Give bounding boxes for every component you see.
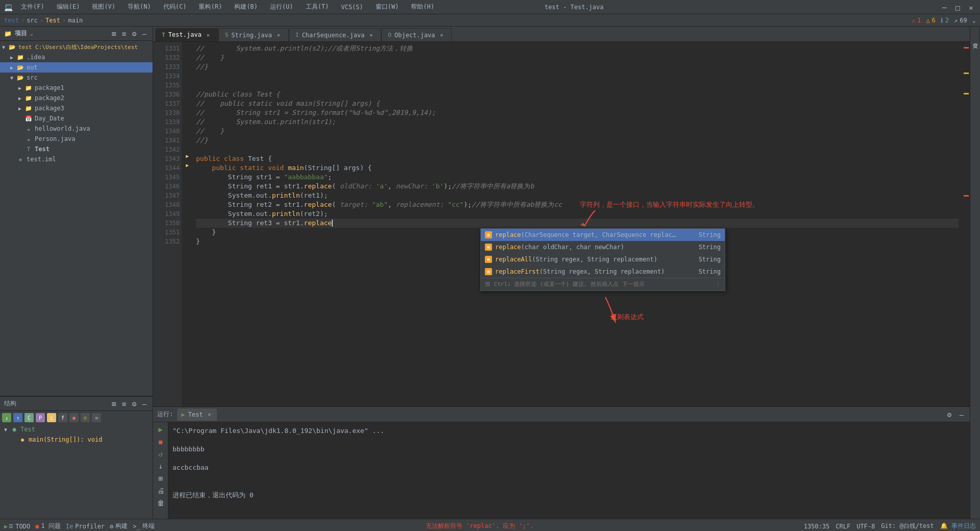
struct-btn-3[interactable]: C (24, 413, 34, 422)
statusbar-crlf[interactable]: CRLF (836, 523, 850, 530)
maximize-button[interactable]: □ (955, 4, 963, 11)
tab-string-java[interactable]: S String.java ✕ (218, 28, 289, 41)
run-trash-button[interactable]: 🗑 (156, 498, 166, 508)
minimize-button[interactable]: ─ (942, 4, 949, 11)
menu-run[interactable]: 运行(U) (266, 2, 298, 12)
menu-vcs[interactable]: VCS(S) (337, 3, 367, 12)
struct-btn-1[interactable]: ↓ (2, 413, 11, 422)
run-hide-icon[interactable]: — (958, 411, 966, 419)
menu-refactor[interactable]: 重构(R) (194, 2, 226, 12)
struct-btn-6[interactable]: f (58, 413, 67, 422)
run-output-line-5: accbccbaa (173, 463, 966, 472)
run-play-button[interactable]: ▶ (156, 424, 166, 435)
vertical-label-git[interactable]: 提交 (970, 35, 980, 43)
error-indicator[interactable]: ⚠1 (912, 17, 921, 24)
menu-help[interactable]: 帮助(H) (407, 2, 438, 12)
struct-btn-5[interactable]: i (47, 413, 56, 422)
ac-item-2[interactable]: m replace(char oldChar, char newChar) St… (481, 241, 725, 253)
project-icon-2[interactable]: ≡ (120, 30, 128, 38)
tree-item-package3[interactable]: ▶ 📁 package3 (0, 103, 153, 113)
breadcrumb-method[interactable]: main (68, 17, 83, 24)
breadcrumb-src[interactable]: src (27, 17, 38, 24)
tree-item-out[interactable]: ▶ 📂 out (0, 62, 153, 73)
structure-icon-2[interactable]: ≡ (120, 400, 128, 408)
menu-edit[interactable]: 编辑(E) (53, 2, 84, 12)
run-rerun-button[interactable]: ↺ (156, 449, 166, 459)
statusbar-notification-icon[interactable]: 🔔 事件日志 (940, 522, 976, 530)
statusbar-build[interactable]: ⚙ 构建 (110, 522, 128, 530)
menu-file[interactable]: 文件(F) (17, 2, 48, 12)
tab-object-java[interactable]: O Object.java ✕ (381, 28, 452, 41)
breadcrumb-test[interactable]: test (4, 17, 19, 24)
info-indicator[interactable]: ℹ2 (941, 17, 949, 24)
ac-item-3[interactable]: m replaceAll(String regex, String replac… (481, 253, 725, 266)
structure-icon-1[interactable]: ⊞ (110, 400, 118, 408)
expand-indicator[interactable]: ⌄ (972, 17, 976, 24)
statusbar-encoding[interactable]: UTF-8 (856, 523, 875, 530)
tree-item-iml[interactable]: ▶ ◈ test.iml (0, 154, 153, 164)
menu-window[interactable]: 窗口(W) (372, 2, 403, 12)
statusbar-run-btn[interactable]: ▶ (4, 523, 8, 530)
project-icon-3[interactable]: ⚙ (130, 30, 138, 38)
structure-method-main[interactable]: ▶ ◆ main(String[]): void (2, 435, 151, 445)
ac-item-4[interactable]: m replaceFirst(String regex, String repl… (481, 266, 725, 278)
menu-tools[interactable]: 工具(T) (302, 2, 333, 12)
tab-test-java[interactable]: T Test.java ✕ (155, 28, 218, 41)
tab-close-test[interactable]: ✕ (205, 31, 212, 38)
code-editor[interactable]: 1331 1332 1333 1334 1335 1336 1337 1338 … (153, 42, 970, 406)
run-stop-button[interactable]: ◼ (156, 437, 166, 447)
tree-item-package1[interactable]: ▶ 📁 package1 (0, 83, 153, 93)
run-filter-button[interactable]: ⊞ (156, 473, 166, 484)
run-settings-icon[interactable]: ⚙ (945, 411, 953, 419)
tree-item-src[interactable]: ▼ 📂 src (0, 73, 153, 83)
structure-class-test[interactable]: ▼ ● Test (2, 424, 151, 435)
struct-btn-7[interactable]: ● (69, 413, 79, 422)
statusbar-position[interactable]: 1350:35 (804, 523, 830, 530)
structure-icon-3[interactable]: ⚙ (130, 400, 138, 408)
structure-icon-4[interactable]: — (140, 400, 149, 408)
tree-item-idea[interactable]: ▶ 📁 .idea (0, 52, 153, 62)
project-icon-4[interactable]: — (140, 30, 149, 38)
struct-btn-2[interactable]: ↑ (13, 413, 22, 422)
vertical-label-bookmarks[interactable]: 书签 (970, 27, 980, 35)
ac-more-options[interactable]: ⋮ (715, 280, 721, 289)
run-tab-close[interactable]: ✕ (206, 411, 213, 418)
project-icon-1[interactable]: ⊞ (110, 30, 118, 38)
close-button[interactable]: ✕ (969, 4, 976, 11)
fold-button-1344[interactable]: ▶ (184, 161, 191, 168)
autocomplete-popup[interactable]: m replace(CharSequence target, CharSeque… (480, 228, 725, 291)
breadcrumb-class[interactable]: Test (45, 17, 60, 24)
project-dropdown-icon[interactable]: ⌄ (30, 31, 33, 36)
run-print-button[interactable]: 🖨 (156, 486, 166, 496)
statusbar-problems[interactable]: ● 1 问题 (35, 522, 61, 530)
tree-item-root[interactable]: ▼ 📂 test C:\Users\白线\IdeaProjects\test (0, 42, 153, 52)
code-content[interactable]: // System.out.println(s2);//或者用String方法，… (192, 42, 963, 406)
statusbar-profiler[interactable]: Ie Profiler (66, 523, 105, 530)
tree-item-helloworld[interactable]: ▶ ☕ helloworld.java (0, 124, 153, 134)
menu-nav[interactable]: 导航(N) (124, 2, 155, 12)
tab-close-charsequence[interactable]: ✕ (368, 32, 375, 39)
statusbar-git[interactable]: Git: @白线/test (881, 522, 934, 530)
tree-item-test[interactable]: ▶ T Test (0, 144, 153, 154)
tree-item-daydate[interactable]: ▶ 📅 Day_Date (0, 113, 153, 124)
run-tab-test[interactable]: ▶ Test ✕ (177, 408, 217, 421)
tab-close-string[interactable]: ✕ (275, 32, 282, 39)
menu-build[interactable]: 构建(B) (230, 2, 262, 12)
tree-item-person[interactable]: ▶ ☕ Person.java (0, 134, 153, 144)
statusbar-todo[interactable]: ☰ TODO (9, 523, 30, 530)
struct-btn-4[interactable]: P (36, 413, 45, 422)
struct-btn-8[interactable]: ⊙ (81, 413, 90, 422)
menu-view[interactable]: 视图(V) (88, 2, 119, 12)
warning-indicator[interactable]: △6 (926, 17, 935, 24)
ac-item-1[interactable]: m replace(CharSequence target, CharSeque… (481, 229, 725, 241)
code-line-1341: //} (196, 136, 959, 145)
struct-btn-9[interactable]: ≡ (92, 413, 101, 422)
run-scroll-button[interactable]: ↓ (156, 461, 166, 471)
tab-charsequence-java[interactable]: I CharSequence.java ✕ (289, 28, 381, 41)
menu-code[interactable]: 代码(C) (159, 2, 191, 12)
statusbar-terminal[interactable]: >_ 终端 (133, 522, 154, 530)
fold-button-1343[interactable]: ▶ (184, 152, 191, 159)
hint-indicator[interactable]: ↗69 (954, 17, 967, 24)
tree-item-package2[interactable]: ▶ 📁 package2 (0, 93, 153, 103)
tab-close-object[interactable]: ✕ (438, 32, 445, 39)
